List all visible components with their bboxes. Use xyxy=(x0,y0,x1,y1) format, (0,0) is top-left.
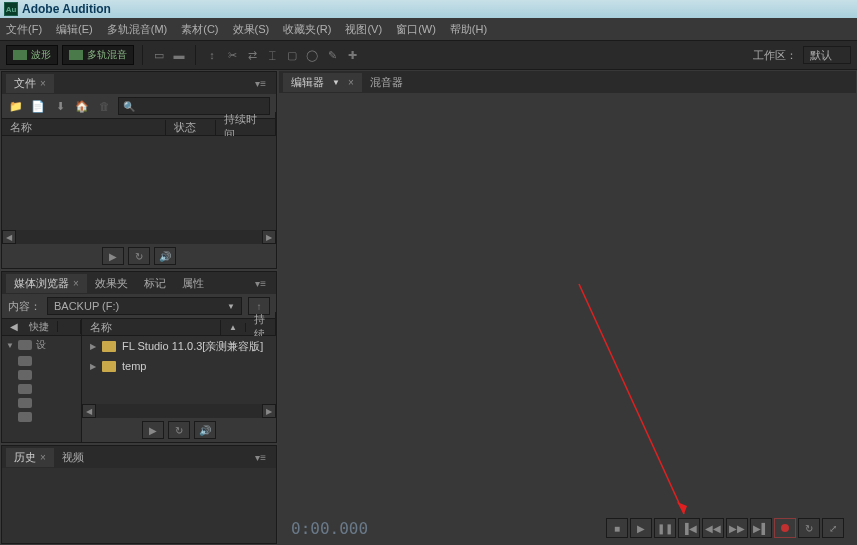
transport-bar: 0:00.000 ■ ▶ ❚❚ ▐◀ ◀◀ ▶▶ ▶▌ ↻ ⤢ xyxy=(279,512,856,544)
panel-menu-icon[interactable]: ▾≡ xyxy=(249,452,272,463)
menu-clip[interactable]: 素材(C) xyxy=(181,22,218,37)
play-button[interactable]: ▶ xyxy=(142,421,164,439)
menu-file[interactable]: 文件(F) xyxy=(6,22,42,37)
import-icon[interactable]: ⬇ xyxy=(52,98,68,114)
timecode-display: 0:00.000 xyxy=(291,519,368,538)
brush-tool-icon[interactable]: ✎ xyxy=(324,47,340,63)
lasso-tool-icon[interactable]: ◯ xyxy=(304,47,320,63)
separator xyxy=(195,45,196,65)
expand-icon[interactable]: ▶ xyxy=(90,342,96,351)
tab-mixer[interactable]: 混音器 xyxy=(362,73,411,92)
skip-back-button[interactable]: ▐◀ xyxy=(678,518,700,538)
record-button[interactable] xyxy=(774,518,796,538)
stop-button[interactable]: ■ xyxy=(606,518,628,538)
scroll-left-icon[interactable]: ◀ xyxy=(2,230,16,244)
search-icon: 🔍 xyxy=(123,101,135,112)
loop-button[interactable]: ↻ xyxy=(798,518,820,538)
move-tool-icon[interactable]: ↕ xyxy=(204,47,220,63)
new-file-icon[interactable]: 📄 xyxy=(30,98,46,114)
tree-item[interactable] xyxy=(2,368,81,382)
autoplay-button[interactable]: 🔊 xyxy=(194,421,216,439)
tab-video[interactable]: 视频 xyxy=(54,448,92,467)
tab-markers[interactable]: 标记 xyxy=(136,274,174,293)
panel-menu-icon[interactable]: ▾≡ xyxy=(249,278,272,289)
tab-files[interactable]: 文件 × xyxy=(6,74,54,93)
drive-icon xyxy=(18,412,32,422)
slip-tool-icon[interactable]: ⇄ xyxy=(244,47,260,63)
tool-icon-2[interactable]: ▬ xyxy=(171,47,187,63)
search-field[interactable] xyxy=(135,100,265,112)
content-label: 内容： xyxy=(8,299,41,314)
skip-selection-button[interactable]: ⤢ xyxy=(822,518,844,538)
content-dropdown[interactable]: BACKUP (F:) ▼ xyxy=(47,297,242,315)
titlebar: Au Adobe Audition xyxy=(0,0,857,18)
close-file-icon[interactable]: 🏠 xyxy=(74,98,90,114)
tree-item[interactable] xyxy=(2,354,81,368)
delete-icon[interactable]: 🗑 xyxy=(96,98,112,114)
menu-window[interactable]: 窗口(W) xyxy=(396,22,436,37)
heal-tool-icon[interactable]: ✚ xyxy=(344,47,360,63)
tree-item[interactable]: ▼设 xyxy=(2,336,81,354)
col-name[interactable]: 名称 xyxy=(82,320,221,335)
autoplay-button[interactable]: 🔊 xyxy=(154,247,176,265)
col-status[interactable]: 状态 xyxy=(166,120,216,135)
tree-item[interactable] xyxy=(2,382,81,396)
tree-item[interactable] xyxy=(2,410,81,424)
editor-canvas[interactable] xyxy=(279,94,856,512)
drive-icon xyxy=(18,398,32,408)
marquee-tool-icon[interactable]: ▢ xyxy=(284,47,300,63)
scroll-right-icon[interactable]: ▶ xyxy=(262,404,276,418)
waveform-view-button[interactable]: 波形 xyxy=(6,45,58,65)
list-item[interactable]: ▶ temp xyxy=(82,357,276,375)
workspace-label: 工作区： xyxy=(753,48,797,63)
rewind-button[interactable]: ◀◀ xyxy=(702,518,724,538)
tab-media-browser[interactable]: 媒体浏览器 × xyxy=(6,274,87,293)
time-select-icon[interactable]: ⌶ xyxy=(264,47,280,63)
files-list xyxy=(2,136,276,230)
tool-icon-1[interactable]: ▭ xyxy=(151,47,167,63)
loop-button[interactable]: ↻ xyxy=(168,421,190,439)
workspace-dropdown[interactable]: 默认 xyxy=(803,46,851,64)
menu-effects[interactable]: 效果(S) xyxy=(233,22,270,37)
close-icon[interactable]: × xyxy=(73,278,79,289)
menu-help[interactable]: 帮助(H) xyxy=(450,22,487,37)
menu-favorites[interactable]: 收藏夹(R) xyxy=(283,22,331,37)
close-icon[interactable]: × xyxy=(348,77,354,88)
panel-menu-icon[interactable]: ▾≡ xyxy=(249,78,272,89)
menu-view[interactable]: 视图(V) xyxy=(345,22,382,37)
open-file-icon[interactable]: 📁 xyxy=(8,98,24,114)
tab-properties[interactable]: 属性 xyxy=(174,274,212,293)
scroll-track[interactable] xyxy=(16,230,262,244)
close-icon[interactable]: × xyxy=(40,452,46,463)
menu-multitrack[interactable]: 多轨混音(M) xyxy=(107,22,168,37)
play-button[interactable]: ▶ xyxy=(630,518,652,538)
tab-history[interactable]: 历史 × xyxy=(6,448,54,467)
menu-edit[interactable]: 编辑(E) xyxy=(56,22,93,37)
chevron-down-icon[interactable]: ▼ xyxy=(332,78,340,87)
col-up-icon[interactable]: ▲ xyxy=(221,323,246,332)
multitrack-view-button[interactable]: 多轨混音 xyxy=(62,45,134,65)
razor-tool-icon[interactable]: ✂ xyxy=(224,47,240,63)
close-icon[interactable]: × xyxy=(40,78,46,89)
app-icon: Au xyxy=(4,2,18,16)
forward-button[interactable]: ▶▶ xyxy=(726,518,748,538)
loop-button[interactable]: ↻ xyxy=(128,247,150,265)
col-name[interactable]: 名称 xyxy=(2,120,166,135)
list-item[interactable]: ▶ FL Studio 11.0.3[亲测兼容版] xyxy=(82,336,276,357)
scroll-right-icon[interactable]: ▶ xyxy=(262,230,276,244)
scrollbar[interactable]: ◀ ▶ xyxy=(2,230,276,244)
expand-icon[interactable]: ▶ xyxy=(90,362,96,371)
multitrack-label: 多轨混音 xyxy=(87,48,127,62)
tab-editor[interactable]: 编辑器 ▼ × xyxy=(283,73,362,92)
scroll-left-icon[interactable]: ◀ xyxy=(82,404,96,418)
scrollbar[interactable]: ◀ ▶ xyxy=(82,404,276,418)
pause-button[interactable]: ❚❚ xyxy=(654,518,676,538)
play-button[interactable]: ▶ xyxy=(102,247,124,265)
files-panel: 文件 × ▾≡ 📁 📄 ⬇ 🏠 🗑 🔍 名称 状态 持续时间 xyxy=(1,71,277,269)
scroll-track[interactable] xyxy=(96,404,262,418)
folder-name: temp xyxy=(122,360,146,372)
tab-files-label: 文件 xyxy=(14,76,36,91)
skip-fwd-button[interactable]: ▶▌ xyxy=(750,518,772,538)
tree-item[interactable] xyxy=(2,396,81,410)
tab-effects-rack[interactable]: 效果夹 xyxy=(87,274,136,293)
